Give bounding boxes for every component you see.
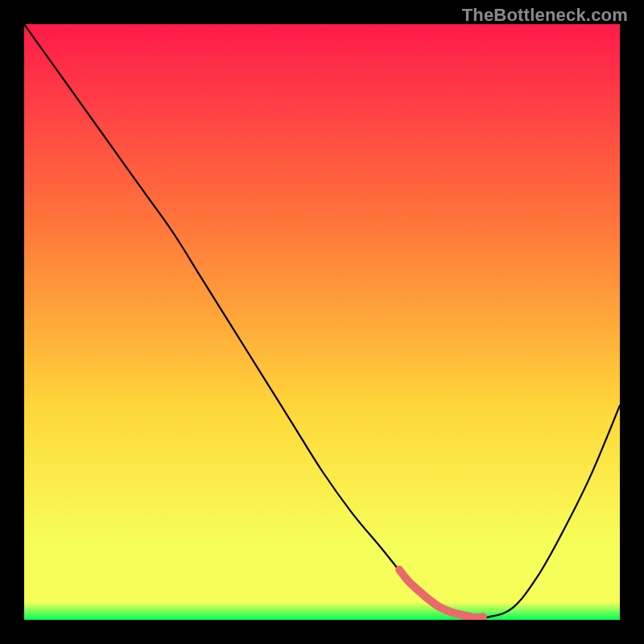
bottleneck-chart xyxy=(24,24,620,620)
plot-area xyxy=(24,24,620,620)
chart-frame: TheBottleneck.com xyxy=(0,0,644,644)
gradient-background xyxy=(24,24,620,620)
attribution-label: TheBottleneck.com xyxy=(462,5,628,26)
